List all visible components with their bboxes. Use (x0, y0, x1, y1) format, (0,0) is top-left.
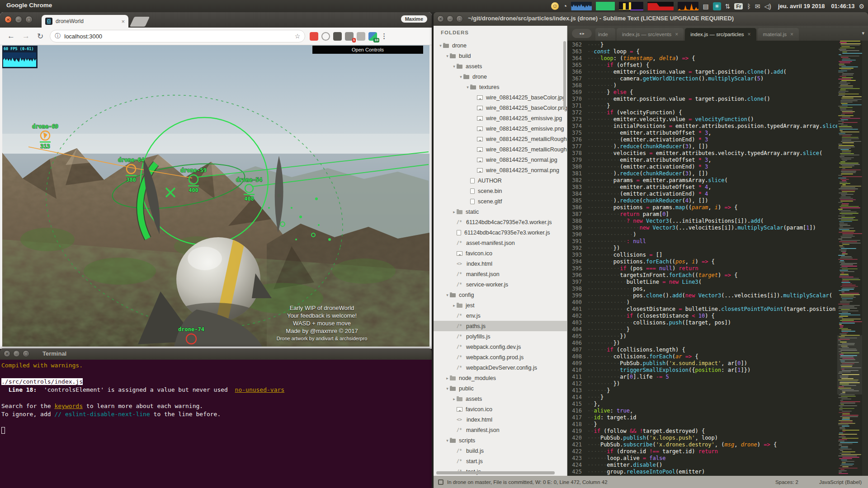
tree-item[interactable]: ▾textures (434, 82, 567, 92)
close-button[interactable]: ✕ (437, 15, 444, 22)
maximize-button[interactable]: ▢ (25, 16, 33, 23)
io-graph[interactable] (678, 2, 698, 10)
new-tab-button[interactable] (130, 17, 150, 27)
code-line[interactable]: 393········collisions = [] (567, 252, 837, 258)
tree-item[interactable]: wire_088144225_emissive.jpg (434, 113, 567, 123)
code-line[interactable]: 379··········emitter.attributeOffset * 3… (567, 157, 837, 164)
tree-item[interactable]: ▾config (434, 290, 567, 300)
code-line[interactable]: 373········emitter.velocity.value = velo… (567, 116, 837, 123)
code-line[interactable]: 401············closestDistance = bulletL… (567, 306, 837, 313)
code-line[interactable]: 413······} (567, 387, 837, 394)
status-icon[interactable] (438, 479, 443, 485)
tree-item[interactable]: ▸static (434, 206, 567, 217)
tree-item[interactable]: AUTHOR (434, 175, 567, 186)
sublime-titlebar[interactable]: ✕ – ▢ ~/git/drone/drone/src/particles/in… (434, 12, 868, 26)
code-line[interactable]: 368········) (567, 82, 837, 89)
address-bar[interactable]: ⓘ localhost:3000 ☆ (50, 30, 305, 42)
code-line[interactable]: 389················new Vector3(...veloci… (567, 225, 837, 231)
code-line[interactable]: 385········).reduce(chunkReducer(4), []) (567, 197, 837, 204)
maximize-button[interactable]: ▢ (456, 15, 463, 22)
code-line[interactable]: 403··············collisions.push([target… (567, 319, 837, 326)
tree-item[interactable]: ▾drone (434, 40, 567, 51)
code-line[interactable]: 381········).reduce(chunkReducer(3), []) (567, 170, 837, 177)
code-line[interactable]: 420····PubSub.publish('x.loops.push', lo… (567, 435, 837, 441)
chevron-right-icon[interactable]: ▸ (452, 303, 457, 308)
tree-item[interactable]: ▾public (434, 383, 567, 394)
code-line[interactable]: 370········emitter.position.value = targ… (567, 96, 837, 103)
code-line[interactable]: 371······} (567, 103, 837, 109)
mail-icon[interactable]: ✉ (755, 3, 760, 9)
status-spaces[interactable]: Spaces: 2 (775, 479, 798, 485)
code-line[interactable]: 366········emitter.position.value = targ… (567, 69, 837, 75)
code-line[interactable]: 396··········targetsInFront.forEach((tar… (567, 272, 837, 279)
code-editor[interactable]: 362····}363··const loop = {364····loop: … (567, 41, 837, 476)
memory-graph[interactable] (596, 2, 615, 10)
chevron-down-icon[interactable]: ▾ (458, 75, 463, 79)
tab-close-icon[interactable]: × (748, 31, 751, 38)
game-canvas[interactable]: drone-69313drone-64380drone-59400drone-5… (2, 45, 429, 347)
code-line[interactable]: 395··········if (pos === null) return (567, 265, 837, 272)
network-arrows-icon[interactable]: ⇅ (725, 3, 731, 9)
tree-item[interactable]: 61124bdb4cac7935e7e3.worker.js (434, 227, 567, 238)
tree-item[interactable]: /*manifest.json (434, 425, 567, 435)
tree-item[interactable]: favicon.ico (434, 248, 567, 258)
tree-item[interactable]: wire_088144225_metallicRoughness.png (434, 144, 567, 155)
close-button[interactable]: ✕ (5, 16, 12, 23)
tab-close-icon[interactable]: × (790, 31, 793, 38)
code-line[interactable]: 411··········ar[0].life -= 5 (567, 374, 837, 380)
code-line[interactable]: 377········).reduce(chunkReducer(3), []) (567, 143, 837, 150)
extension-icon[interactable]: 10 (368, 32, 377, 41)
code-line[interactable]: 390··············) (567, 231, 837, 238)
code-line[interactable]: 397············bulletLine = new Line3( (567, 279, 837, 286)
refresh-icon[interactable]: ↻ (37, 32, 43, 41)
minimize-button[interactable]: – (13, 350, 20, 357)
sidebar-hscrollbar[interactable] (436, 471, 555, 474)
chevron-right-icon[interactable]: ▸ (452, 397, 457, 401)
tree-item[interactable]: /*env.js (434, 310, 567, 321)
terminal-output[interactable]: Compiled with warnings../src/controls/in… (0, 360, 432, 488)
page-info-icon[interactable]: ⓘ (55, 32, 61, 40)
chrome-menu-icon[interactable]: ⋮ (381, 32, 387, 40)
code-line[interactable]: 399··············pos.clone().add(new Vec… (567, 292, 837, 299)
tree-item[interactable]: <>index.html (434, 258, 567, 269)
editor-tab[interactable]: inde (595, 28, 615, 41)
tree-item[interactable]: wire_088144225_emissive.png (434, 123, 567, 134)
chevron-down-icon[interactable]: ▾ (465, 85, 470, 89)
tree-item[interactable]: /*asset-manifest.json (434, 238, 567, 248)
bookmark-star-icon[interactable]: ☆ (295, 33, 301, 40)
forward-icon[interactable]: → (22, 32, 30, 41)
url-text[interactable]: localhost:3000 (64, 33, 291, 40)
code-line[interactable]: 375··········emitter.attributeOffset * 3… (567, 130, 837, 136)
disk-graph[interactable] (647, 2, 674, 10)
chevron-down-icon[interactable]: ▾ (445, 386, 450, 391)
network-graph[interactable] (619, 2, 643, 10)
tree-item[interactable]: wire_088144225_normal.png (434, 165, 567, 175)
chevron-down-icon[interactable]: ▾ (452, 64, 457, 69)
code-line[interactable]: 378········velocities = emitter.attribut… (567, 150, 837, 157)
tree-item[interactable]: /*paths.js (434, 321, 567, 331)
extension-icon[interactable] (310, 32, 318, 41)
tree-item[interactable]: favicon.ico (434, 404, 567, 414)
chevron-right-icon[interactable]: ▸ (445, 376, 450, 380)
code-line[interactable]: 415··}, (567, 401, 837, 408)
tree-item[interactable]: /*polyfills.js (434, 331, 567, 342)
tab-close-icon[interactable]: × (675, 31, 678, 38)
terminal-titlebar[interactable]: ✕ – ▢ Terminal (0, 348, 432, 360)
code-line[interactable]: 409··········PubSub.publish('x.sound.imp… (567, 360, 837, 367)
tab-close-icon[interactable]: × (121, 18, 125, 25)
tree-item[interactable]: wire_088144225_baseColor.jpg (434, 92, 567, 103)
tree-item[interactable]: ▸jest (434, 300, 567, 310)
code-line[interactable]: 398··············pos, (567, 286, 837, 292)
profile-badge[interactable]: Maxime (401, 15, 427, 23)
code-line[interactable]: 419··if (follow && !target.destroyed) { (567, 428, 837, 435)
tree-item[interactable]: wire_088144225_metallicRoughness.jpg (434, 134, 567, 144)
maximize-button[interactable]: ▢ (23, 350, 29, 357)
code-line[interactable]: 422······if (drone.id !== target.id) ret… (567, 448, 837, 455)
chevron-right-icon[interactable]: ▸ (452, 210, 457, 214)
minimap-viewport[interactable] (837, 335, 862, 394)
extension-icon[interactable]: 1 (345, 32, 354, 41)
tree-item[interactable]: ▾build (434, 51, 567, 61)
extension-icon[interactable] (333, 32, 342, 41)
code-line[interactable]: 372······if (velocityFunction) { (567, 109, 837, 116)
keyboard-layout-indicator[interactable]: Fr (734, 3, 743, 9)
